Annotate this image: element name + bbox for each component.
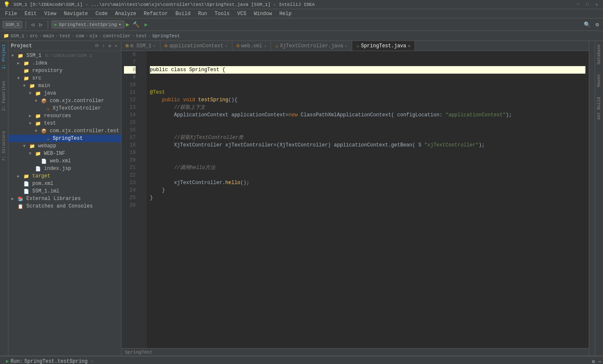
tree-item-5[interactable]: ▼📁java [8,90,121,97]
menu-analyze[interactable]: Analyze [112,10,139,18]
project-title: Project [11,43,32,49]
menu-file[interactable]: File [2,10,21,18]
bc-springtest[interactable]: SpringTest [152,33,180,38]
menu-navigate[interactable]: Navigate [60,10,91,18]
menu-vcs[interactable]: VCS [234,10,250,18]
maven-icon[interactable]: Maven [595,73,603,89]
tab-close-btn[interactable]: ✕ [153,44,156,49]
tree-icon: 📁 [23,76,29,81]
bc-com[interactable]: com [76,33,84,38]
tab-web-xml[interactable]: ⚙ web.xml✕ [232,41,271,51]
structure-icon[interactable]: 7: Structure [1,130,7,162]
project-selector[interactable]: SSM_1 [3,21,22,28]
menu-edit[interactable]: Edit [21,10,40,18]
menu-view[interactable]: View [41,10,60,18]
tree-item-11[interactable]: ☕SpringTest [8,135,121,142]
menu-window[interactable]: Window [250,10,275,18]
tab-close-btn[interactable]: ✕ [345,44,348,49]
tree-item-15[interactable]: 📄index.jsp [8,165,121,172]
tree-icon: 📁 [23,68,29,74]
tree-item-3[interactable]: ▼📁src [8,74,121,82]
tree-item-8[interactable]: ▶📁resources [8,112,121,120]
tab-label: applicationContext [169,43,224,49]
bc-ssm1[interactable]: SSM_1 [10,33,24,38]
run-minimize-btn[interactable]: ─ [598,359,601,364]
maximize-btn[interactable]: □ [585,2,590,8]
bc-controller[interactable]: controller [103,33,131,38]
tab-close-btn[interactable]: ✕ [264,44,266,49]
line-number-14: 14 [124,111,136,119]
tree-item-0[interactable]: ▼📁SSM_1D:\IDEAcode\SSM_1 [8,52,121,59]
menu-tools[interactable]: Tools [211,10,233,18]
line-marker-16 [138,126,147,134]
line-marker-12 [138,96,147,104]
tree-item-9[interactable]: ▼📁test [8,120,121,127]
line-number-8: 8 [124,66,136,74]
tab-close-btn[interactable]: ✕ [408,44,410,49]
code-content[interactable]: public class SpringTest {@Test public vo… [147,51,589,348]
tree-item-17[interactable]: 📄pom.xml [8,180,121,187]
menu-refactor[interactable]: Refactor [140,10,171,18]
back-btn[interactable]: ◁ [29,21,36,29]
menu-help[interactable]: Help [276,10,295,18]
tree-icon: 📁 [23,61,29,66]
project-close-btn[interactable]: ✕ [113,43,119,49]
bc-src[interactable]: src [30,33,38,38]
bc-xjx[interactable]: xjx [90,33,98,38]
ant-build-icon[interactable]: Ant Build [595,95,603,121]
tree-item-19[interactable]: ▶📚External Libraries [8,195,121,203]
project-icon[interactable]: 1: Project [1,43,7,70]
build-btn[interactable]: 🔨 [131,21,141,29]
tree-item-18[interactable]: 📄SSM_1.iml [8,187,121,195]
tree-item-4[interactable]: ▼📁main [8,82,121,90]
menu-run[interactable]: Run [195,10,211,18]
tree-item-6[interactable]: ▼📦com.xjx.controller [8,97,121,105]
tree-icon: 📁 [35,113,41,119]
minimize-btn[interactable]: ─ [575,2,581,8]
code-editor[interactable]: 67891011121314151617181920212223242526 p… [121,51,589,348]
line-number-19: 19 [124,149,136,156]
run-settings-btn[interactable]: ⚙ [592,359,595,364]
bc-test2[interactable]: test [136,33,147,38]
search-everywhere-btn[interactable]: 🔍 [582,21,592,29]
tab-m-ssm-1[interactable]: m m SSM_1✕ [121,41,160,51]
settings-btn[interactable]: ⚙ [594,21,600,29]
tree-item-7[interactable]: ☕XjTextController [8,105,121,112]
menu-code[interactable]: Code [92,10,111,18]
tree-item-2[interactable]: 📁repository [8,67,121,74]
run-button[interactable]: ▶ [126,21,129,28]
tab-xjtextcontroller-java[interactable]: ☕ XjTextController.java✕ [271,41,352,51]
tab-close-btn[interactable]: ✕ [225,44,228,49]
collapse-btn[interactable]: ↕ [101,43,106,49]
tree-item-14[interactable]: 📄web.xml [8,157,121,165]
run-tab-active[interactable]: ▶ Run: SpringTest.testSpring ✕ [2,357,98,364]
project-settings-btn[interactable]: ⚙ [107,43,113,49]
bc-test[interactable]: test [59,33,70,38]
database-icon[interactable]: Database [595,43,603,66]
line-number-18: 18 [124,141,136,149]
close-btn[interactable]: ✕ [594,2,600,8]
sync-btn[interactable]: ⟳ [94,43,100,49]
code-line-14: ApplicationContext applicationContext=ne… [150,111,585,119]
forward-btn[interactable]: ▷ [38,21,44,29]
code-line-10 [150,81,585,89]
run-config-dropdown[interactable]: ▶ SpringTest.testSpring ▾ [52,21,124,28]
run-tab-close[interactable]: ✕ [91,359,93,364]
project-tree: ▼📁SSM_1D:\IDEAcode\SSM_1▶📁.idea📁reposito… [8,51,121,356]
tree-arrow: ▼ [35,129,40,133]
tree-item-12[interactable]: ▼📁webapp [8,142,121,150]
tab-applicationcontext[interactable]: ⚙ applicationContext✕ [160,41,232,51]
tree-item-20[interactable]: 📋Scratches and Consoles [8,203,121,210]
tree-item-1[interactable]: ▶📁.idea [8,59,121,67]
line-number-21: 21 [124,164,136,172]
tree-item-10[interactable]: ▼📦com.xjx.controller.test [8,127,121,135]
menu-build[interactable]: Build [172,10,194,18]
favorites-icon[interactable]: 2: Favorites [1,79,7,112]
tree-item-13[interactable]: ▼📁WEB-INF [8,150,121,157]
bottom-panel: ▶ Run: SpringTest.testSpring ✕ ⚙ ─ ▶ ✓ ✕… [0,356,603,364]
tree-label: XjTextController [53,105,101,111]
tab-springtest-java[interactable]: ☕ SpringTest.java✕ [352,41,415,51]
bc-main[interactable]: main [43,33,54,38]
coverage-btn[interactable]: ▶ [143,21,149,29]
tree-item-16[interactable]: ▶📁target [8,172,121,180]
